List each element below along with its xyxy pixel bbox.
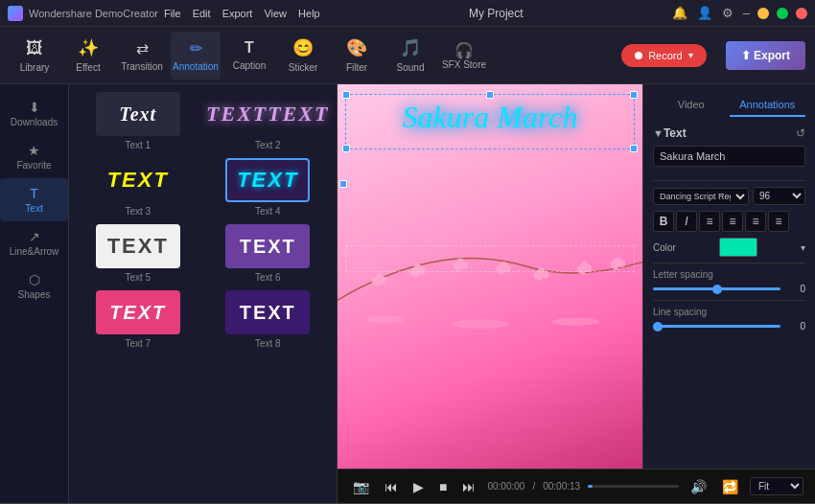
- annotation-label-1: Text 1: [125, 140, 151, 150]
- menu-bar: File Edit Export View Help: [164, 8, 320, 19]
- panel-tabs: Video Annotations: [653, 94, 805, 117]
- win-maximize-btn[interactable]: [777, 8, 788, 19]
- annotation-thumb-6[interactable]: TEXT: [225, 224, 310, 268]
- minimize-icon[interactable]: –: [743, 6, 750, 20]
- annotation-label-5: Text 5: [125, 272, 151, 283]
- letter-spacing-slider[interactable]: [653, 287, 780, 290]
- handle-tl[interactable]: [342, 91, 350, 99]
- italic-button[interactable]: I: [676, 211, 697, 232]
- svg-point-19: [537, 275, 543, 281]
- handle-tm[interactable]: [486, 91, 494, 99]
- line-spacing-slider-row: 0: [653, 321, 805, 332]
- annotation-thumb-7[interactable]: TEXT: [96, 290, 180, 334]
- reset-icon[interactable]: ↺: [796, 126, 805, 140]
- handle-br[interactable]: [630, 145, 638, 152]
- nav-text[interactable]: T Text: [0, 178, 68, 221]
- volume-button[interactable]: 🔊: [687, 477, 710, 496]
- snapshot-button[interactable]: 📷: [349, 477, 373, 496]
- text-value-input[interactable]: [653, 146, 805, 167]
- tab-video[interactable]: Video: [653, 94, 730, 117]
- library-icon: 🖼: [26, 38, 43, 58]
- annotation-thumb-2[interactable]: TEXT TEXT: [225, 92, 310, 136]
- menu-export[interactable]: Export: [222, 8, 253, 19]
- video-container: Sakura March: [338, 84, 642, 469]
- font-select[interactable]: Dancing Script Regul: [653, 188, 749, 205]
- nav-favorite[interactable]: ★ Favorite: [0, 135, 68, 178]
- title-bar: Wondershare DemoCreator File Edit Export…: [0, 0, 815, 27]
- stop-button[interactable]: ■: [435, 477, 451, 496]
- prev-button[interactable]: ⏮: [381, 477, 402, 496]
- tool-sound[interactable]: 🎵 Sound: [385, 32, 435, 80]
- color-dropdown-arrow[interactable]: ▾: [801, 242, 805, 253]
- annotations-panel: Text Text 1 TEXT TEXT Text 2 TEXT Text 3: [69, 84, 338, 503]
- video-frame: Sakura March: [338, 84, 642, 469]
- tool-filter[interactable]: 🎨 Filter: [332, 32, 382, 80]
- letter-spacing-row: Letter spacing: [653, 269, 805, 280]
- play-button[interactable]: ▶: [409, 477, 428, 496]
- annotation-item-6: TEXT Text 6: [207, 224, 330, 283]
- next-button[interactable]: ⏭: [458, 477, 479, 496]
- color-label: Color: [653, 242, 676, 253]
- properties-panel: Video Annotations ▼ Text ↺ Dancing Scrip…: [642, 84, 815, 469]
- notification-icon[interactable]: 🔔: [672, 6, 687, 20]
- account-icon[interactable]: 👤: [697, 6, 712, 20]
- annotation-thumb-8[interactable]: TEXT: [225, 290, 310, 334]
- time-separator: /: [532, 481, 535, 492]
- letter-spacing-slider-row: 0: [653, 284, 805, 294]
- nav-shapes[interactable]: ⬡ Shapes: [0, 264, 68, 308]
- handle-left[interactable]: [339, 180, 347, 188]
- transition-icon: ⇄: [136, 39, 149, 57]
- menu-edit[interactable]: Edit: [193, 8, 211, 19]
- fit-select[interactable]: Fit 100% 50% Fill: [750, 477, 803, 495]
- settings-icon[interactable]: ⚙: [722, 6, 734, 20]
- tool-effect[interactable]: ✨ Effect: [63, 32, 113, 80]
- line-spacing-slider[interactable]: [653, 325, 780, 328]
- section-collapse-icon[interactable]: ▼: [653, 127, 664, 139]
- annotation-label-7: Text 7: [125, 338, 151, 349]
- left-sidebar: ⬇ Downloads ★ Favorite T Text ↗ Line&Arr…: [0, 84, 69, 503]
- annotation-thumb-1[interactable]: Text: [96, 92, 180, 136]
- annotation-thumb-5[interactable]: TEXT: [96, 224, 180, 268]
- tool-library[interactable]: 🖼 Library: [10, 32, 59, 80]
- annotation-item-2: TEXT TEXT Text 2: [207, 92, 330, 150]
- text-icon: T: [30, 186, 38, 201]
- svg-point-29: [452, 319, 509, 329]
- win-close-btn[interactable]: [796, 8, 807, 19]
- win-minimize-btn[interactable]: [757, 8, 769, 19]
- sfx-store[interactable]: 🎧 SFX Store: [439, 41, 489, 70]
- sticker-icon: 😊: [292, 37, 314, 58]
- annotation-item-3: TEXT Text 3: [77, 158, 199, 217]
- handle-tr[interactable]: [630, 91, 638, 99]
- menu-view[interactable]: View: [264, 8, 287, 19]
- bold-button[interactable]: B: [653, 211, 674, 232]
- loop-button[interactable]: 🔁: [718, 477, 742, 496]
- tool-caption[interactable]: T Caption: [224, 32, 274, 80]
- annotation-thumb-3[interactable]: TEXT: [96, 158, 180, 202]
- align-right-button[interactable]: ≡: [745, 211, 766, 232]
- annotation-item-7: TEXT Text 7: [77, 290, 199, 349]
- align-justify-button[interactable]: ≡: [768, 211, 789, 232]
- menu-file[interactable]: File: [164, 8, 181, 19]
- handle-bl[interactable]: [342, 145, 350, 152]
- font-size-select[interactable]: 96: [753, 187, 805, 205]
- menu-help[interactable]: Help: [298, 8, 320, 19]
- nav-downloads[interactable]: ⬇ Downloads: [0, 92, 68, 135]
- align-center-button[interactable]: ≡: [722, 211, 743, 232]
- annotation-item-4: TEXT Text 4: [207, 158, 330, 217]
- nav-line-arrow[interactable]: ↗ Line&Arrow: [0, 221, 68, 264]
- tool-annotation[interactable]: ✏ Annotation: [171, 32, 221, 80]
- color-swatch[interactable]: [719, 238, 757, 257]
- export-icon: ⬆: [741, 49, 751, 62]
- record-button[interactable]: Record ▾: [621, 44, 706, 67]
- align-left-button[interactable]: ≡: [699, 211, 720, 232]
- video-controls: 📷 ⏮ ▶ ■ ⏭ 00:00:00 / 00:00:13 🔊 🔁 Fit 10…: [338, 469, 815, 503]
- export-button[interactable]: ⬆ Export: [726, 41, 805, 70]
- annotation-thumb-4[interactable]: TEXT: [225, 158, 310, 202]
- export-label: Export: [754, 49, 790, 62]
- line-arrow-icon: ↗: [29, 229, 40, 244]
- tool-sticker[interactable]: 😊 Sticker: [278, 32, 328, 80]
- progress-bar[interactable]: [588, 485, 679, 488]
- color-row: Color ▾: [653, 238, 805, 257]
- tab-annotations[interactable]: Annotations: [730, 94, 806, 117]
- tool-transition[interactable]: ⇄ Transition: [117, 32, 167, 80]
